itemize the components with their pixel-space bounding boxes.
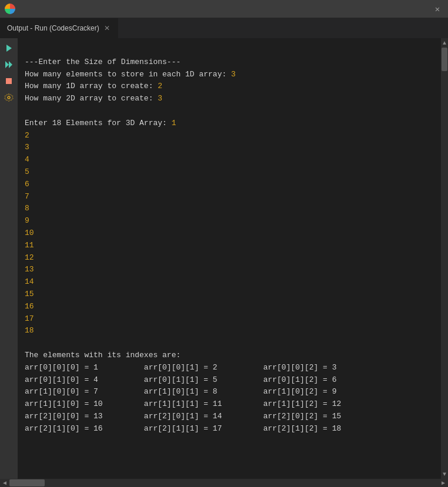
app-icon [5, 4, 15, 14]
output-elem-3: 3 [25, 143, 29, 152]
output-line-header: ---Enter the Size of Dimensions--- [25, 58, 180, 66]
h-scroll-track[interactable] [9, 479, 439, 487]
tab-bar: Output - Run (CodesCracker) ✕ [0, 18, 448, 38]
output-val-2d-count: 3 [158, 94, 162, 103]
title-bar: ✕ [0, 0, 448, 18]
output-elem-13: 13 [25, 265, 34, 274]
main-area: ---Enter the Size of Dimensions--- How m… [0, 38, 448, 479]
scroll-down-arrow[interactable]: ▼ [441, 469, 448, 479]
output-elem-2: 2 [25, 131, 29, 140]
output-elem-18: 18 [25, 326, 34, 335]
output-val-1d-size: 3 [231, 70, 236, 79]
output-elem-9: 9 [25, 216, 29, 225]
output-line-enter-prompt: Enter 18 Elements for 3D Array: [25, 119, 172, 127]
output-val-first-elem: 1 [172, 119, 176, 127]
output-elem-11: 11 [25, 241, 34, 250]
vertical-scrollbar[interactable]: ▲ ▼ [441, 38, 448, 479]
h-scroll-thumb[interactable] [9, 479, 45, 486]
output-content[interactable]: ---Enter the Size of Dimensions--- How m… [18, 38, 441, 479]
output-elem-4: 4 [25, 155, 29, 164]
output-table-row-2: arr[0][1][0] = 4 arr[0][1][1] = 5 arr[0]… [25, 375, 337, 384]
output-table-row-4: arr[1][1][0] = 10 arr[1][1][1] = 11 arr[… [25, 399, 341, 408]
output-table-row-1: arr[0][0][0] = 1 arr[0][0][1] = 2 arr[0]… [25, 363, 337, 372]
svg-marker-2 [9, 61, 12, 68]
side-toolbar [0, 38, 18, 479]
output-table-row-5: arr[2][0][0] = 13 arr[2][0][1] = 14 arr[… [25, 412, 341, 421]
output-line-indexes-header: The elements with its indexes are: [25, 351, 180, 360]
svg-rect-3 [6, 78, 12, 84]
output-table-row-3: arr[1][0][0] = 7 arr[1][0][1] = 8 arr[1]… [25, 387, 337, 396]
output-area: ---Enter the Size of Dimensions--- How m… [18, 38, 448, 479]
scroll-right-arrow[interactable]: ▶ [439, 479, 448, 487]
stop-button[interactable] [2, 75, 15, 88]
output-elem-16: 16 [25, 302, 34, 311]
settings-button[interactable] [2, 91, 15, 104]
tab-close-button[interactable]: ✕ [103, 24, 111, 32]
output-elem-7: 7 [25, 192, 29, 201]
output-line-1d-count: How many 1D array to create: [25, 82, 158, 90]
output-elem-8: 8 [25, 204, 29, 213]
bottom-bar: ◀ ▶ [0, 479, 448, 487]
scroll-track[interactable] [441, 48, 448, 469]
output-elem-14: 14 [25, 277, 34, 286]
output-elem-10: 10 [25, 229, 34, 237]
play-button[interactable] [2, 42, 15, 55]
output-elem-6: 6 [25, 180, 29, 189]
title-bar-left [5, 4, 19, 14]
output-elem-5: 5 [25, 167, 29, 176]
scroll-thumb[interactable] [442, 48, 447, 71]
output-line-2d-count: How many 2D array to create: [25, 94, 158, 103]
output-line-1d-size: How many elements to store in each 1D ar… [25, 70, 231, 79]
svg-marker-1 [5, 61, 9, 68]
play2-button[interactable] [2, 58, 15, 71]
output-table-row-6: arr[2][1][0] = 16 arr[2][1][1] = 17 arr[… [25, 424, 341, 433]
output-val-1d-count: 2 [158, 82, 162, 90]
tab-label: Output - Run (CodesCracker) [7, 24, 99, 32]
svg-point-6 [8, 97, 9, 98]
scroll-left-arrow[interactable]: ◀ [0, 479, 9, 487]
svg-marker-0 [6, 45, 12, 52]
window-close-button[interactable]: ✕ [432, 3, 443, 15]
output-elem-17: 17 [25, 314, 34, 323]
output-elem-15: 15 [25, 290, 34, 298]
scroll-up-arrow[interactable]: ▲ [441, 38, 448, 48]
output-elem-12: 12 [25, 253, 34, 262]
output-tab[interactable]: Output - Run (CodesCracker) ✕ [0, 18, 119, 38]
